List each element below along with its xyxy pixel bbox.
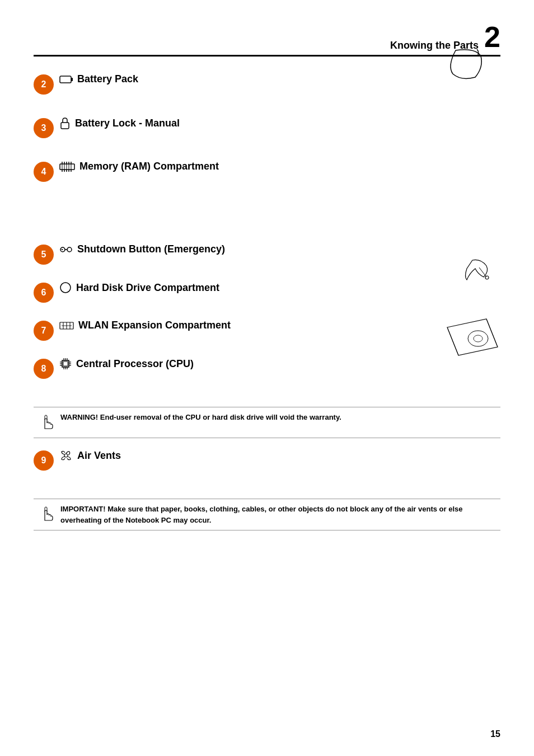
item-air-vents: 9 Air Vents — [34, 449, 500, 471]
item-label-2: Battery Pack — [77, 73, 138, 85]
item-battery-lock: 3 Battery Lock - Manual — [34, 117, 500, 138]
item-label-3: Battery Lock - Manual — [75, 118, 180, 129]
warning-hand-icon — [39, 413, 55, 433]
item-content-7: WLAN Expansion Compartment — [59, 320, 500, 331]
item-content-2: Battery Pack — [59, 73, 500, 85]
item-cpu: 8 C — [34, 358, 500, 379]
svg-rect-1 — [71, 78, 73, 81]
item-label-5: Shutdown Button (Emergency) — [77, 243, 225, 255]
item-number-6: 6 — [34, 283, 54, 303]
item-label-4: Memory (RAM) Compartment — [79, 161, 219, 172]
svg-point-25 — [60, 283, 71, 293]
shutdown-icon — [59, 245, 73, 255]
item-label-8: Central Processor (CPU) — [76, 358, 194, 370]
item-number-4: 4 — [34, 162, 54, 182]
item-number-7: 7 — [34, 321, 54, 341]
item-battery-pack: 2 Battery Pack — [34, 73, 500, 95]
important-notice: IMPORTANT! Make sure that paper, books, … — [34, 499, 500, 530]
warning-text: WARNING! End-user removal of the CPU or … — [60, 412, 341, 423]
item-number-5: 5 — [34, 245, 54, 265]
item-number-9: 9 — [34, 450, 54, 471]
wlan-icon — [59, 321, 74, 331]
item-number-3: 3 — [34, 118, 54, 138]
warning-notice: WARNING! End-user removal of the CPU or … — [34, 407, 500, 438]
air-icon — [59, 449, 73, 462]
item-content-9: Air Vents — [59, 449, 500, 462]
svg-point-24 — [485, 276, 489, 279]
item-wlan: 7 WLAN Expansion Compartment — [34, 320, 500, 341]
item-label-7: WLAN Expansion Compartment — [78, 320, 231, 331]
cpu-icon — [59, 358, 72, 370]
item-number-2: 2 — [34, 74, 54, 95]
svg-rect-0 — [60, 76, 71, 83]
item-number-8: 8 — [34, 359, 54, 379]
page-header: Knowing the Parts 2 — [34, 22, 500, 57]
important-text: IMPORTANT! Make sure that paper, books, … — [60, 504, 495, 525]
lock-icon — [59, 117, 71, 129]
item-memory: 4 — [34, 161, 500, 182]
item-content-5: Shutdown Button (Emergency) — [59, 243, 500, 255]
item-hdd: 6 Hard Disk Drive Compartment — [34, 281, 500, 303]
svg-line-23 — [479, 267, 486, 277]
svg-rect-36 — [63, 361, 68, 366]
page: Knowing the Parts 2 2 Battery Pack 3 — [0, 0, 534, 756]
item-content-6: Hard Disk Drive Compartment — [59, 281, 500, 294]
page-number: 15 — [490, 729, 500, 739]
item-content-3: Battery Lock - Manual — [59, 117, 500, 129]
item-content-8: Central Processor (CPU) — [59, 358, 500, 370]
ram-icon — [59, 161, 75, 172]
item-shutdown: 5 Shutdown Button (Emergency) — [34, 243, 500, 265]
hdd-icon — [59, 281, 72, 294]
item-label-6: Hard Disk Drive Compartment — [76, 282, 219, 294]
battery-rect-icon — [59, 75, 73, 84]
svg-point-21 — [67, 247, 72, 252]
svg-rect-2 — [61, 123, 69, 129]
item-label-9: Air Vents — [77, 450, 121, 462]
important-hand-icon — [39, 505, 55, 525]
svg-point-49 — [64, 454, 68, 457]
item-content-4: Memory (RAM) Compartment — [59, 161, 500, 172]
